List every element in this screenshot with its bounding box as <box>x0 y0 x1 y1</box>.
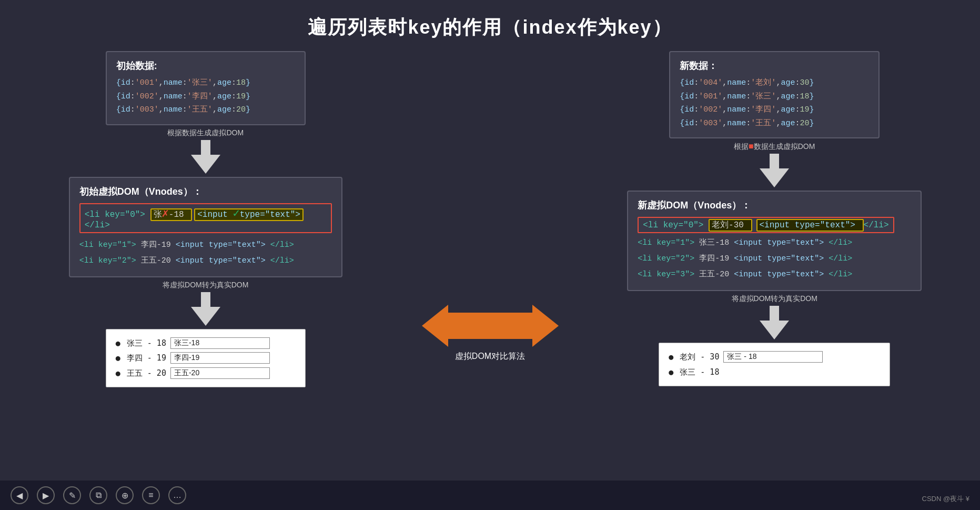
initial-data-line-2: {id:'002',name:'李四',age:19} <box>116 90 295 104</box>
right-arrow2: 将虚拟DOM转为真实DOM <box>732 294 817 339</box>
double-arrow <box>422 305 559 347</box>
btn-menu[interactable]: ≡ <box>142 486 160 504</box>
vnode-line-3: <li key="2"> 王五-20 <input type="text"> <… <box>79 253 332 269</box>
right-vnode-input-text: <input type="text"> <box>760 221 855 230</box>
arrow-left-head <box>422 305 448 347</box>
main-content: 初始数据: {id:'001',name:'张三',age:18} {id:'0… <box>0 51 980 510</box>
btn-zoom[interactable]: ⊕ <box>116 486 134 504</box>
left-result-box: ● 张三 - 18 ● 李四 - 19 ● 王五 - 20 <box>106 329 306 388</box>
vnode-first-tag-open: <li key="0"> <box>85 210 150 219</box>
new-data-line-2: {id:'001',name:'张三',age:18} <box>680 90 869 104</box>
vnode-first-input-tag: <input <box>197 210 233 219</box>
bullet-3: ● <box>116 366 120 381</box>
right-arrow1-text2: 数据生成虚拟DOM <box>754 142 815 151</box>
bottom-bar: ◀ ▶ ✎ ⧉ ⊕ ≡ … <box>0 481 980 510</box>
right-vnode-input-highlight: <input type="text"> <box>756 219 864 232</box>
new-data-line-4: {id:'003',name:'王五',age:20} <box>680 117 869 131</box>
vnode-first-input-highlight: <input ✓type="text"> <box>194 208 304 221</box>
left-vnode-title: 初始虚拟DOM（Vnodes）： <box>79 185 332 198</box>
right-result-input-1[interactable] <box>723 351 823 363</box>
right-vnode-close-li0: </li> <box>864 221 889 230</box>
right-result-row-1: ● 老刘 - 30 <box>669 349 880 365</box>
initial-data-line-3: {id:'003',name:'王五',age:20} <box>116 103 295 117</box>
right-vnode-laoliu-text: 老刘-30 <box>712 221 744 230</box>
initial-data-box: 初始数据: {id:'001',name:'张三',age:18} {id:'0… <box>106 51 306 125</box>
right-vnode-box: 新虚拟DOM（Vnodes）： <li key="0"> 老刘-30 <inpu… <box>627 191 922 291</box>
right-result-label-1: 老刘 - 30 <box>680 349 719 365</box>
center-section: 虚拟DOM对比算法 <box>422 51 559 510</box>
right-arrow1-label: 根据■数据生成虚拟DOM <box>734 142 815 152</box>
right-bullet-2: ● <box>669 365 673 380</box>
right-vnode-line-3: <li key="2"> 李四-19 <input type="text"> <… <box>638 251 911 267</box>
result-label-2: 李四 - 19 <box>127 351 166 366</box>
initial-data-line-1: {id:'001',name:'张三',age:18} <box>116 76 295 90</box>
result-row-3: ● 王五 - 20 <box>116 366 296 381</box>
result-label-1: 张三 - 18 <box>127 336 166 351</box>
vnode-first-input-type: type="text"> <box>240 210 300 219</box>
new-data-line-1: {id:'004',name:'老刘',age:30} <box>680 76 869 90</box>
result-input-3[interactable] <box>170 367 270 379</box>
result-label-3: 王五 - 20 <box>127 366 166 381</box>
right-bullet-1: ● <box>669 349 673 365</box>
right-vnode-laoliu: 老刘-30 <box>709 219 752 232</box>
right-arrow2-label: 将虚拟DOM转为真实DOM <box>732 294 817 304</box>
btn-more[interactable]: … <box>168 486 186 504</box>
watermark: CSDN @夜斗 ¥ <box>922 494 970 504</box>
right-vnode-line-2: <li key="1"> 张三-18 <input type="text"> <… <box>638 235 911 251</box>
btn-edit[interactable]: ✎ <box>63 486 81 504</box>
right-arrow1: 根据■数据生成虚拟DOM <box>734 142 815 187</box>
right-vnode-line-4: <li key="3"> 王五-20 <input type="text"> <… <box>638 267 911 283</box>
vnode-first-row: <li key="0"> 张✗-18 <input ✓type="text"> … <box>79 203 332 234</box>
slide-container: 遍历列表时key的作用（index作为key） 初始数据: {id:'001',… <box>0 0 980 510</box>
vnode-first-tag-close: </li> <box>85 221 110 230</box>
left-arrow2-label: 将虚拟DOM转为真实DOM <box>163 281 248 290</box>
btn-prev[interactable]: ◀ <box>11 486 28 504</box>
right-vnode-title: 新虚拟DOM（Vnodes）： <box>638 199 911 212</box>
check-icon: ✓ <box>233 207 239 221</box>
slide-title: 遍历列表时key的作用（index作为key） <box>308 15 672 41</box>
left-arrow1-label: 根据数据生成虚拟DOM <box>167 128 244 138</box>
right-arrow1-text1: 根据 <box>734 142 749 151</box>
right-result-label-2: 张三 - 18 <box>680 365 719 380</box>
left-arrow1: 根据数据生成虚拟DOM <box>167 128 244 174</box>
vnode-line-2: <li key="1"> 李四-19 <input type="text"> <… <box>79 237 332 253</box>
initial-data-title: 初始数据: <box>116 59 295 72</box>
result-input-1[interactable] <box>170 337 270 349</box>
new-data-title: 新数据： <box>680 59 869 72</box>
btn-next[interactable]: ▶ <box>37 486 55 504</box>
red-new-indicator: ■ <box>749 142 754 151</box>
right-vnode-key0: <li key="0"> <box>643 221 709 230</box>
btn-copy[interactable]: ⧉ <box>89 486 107 504</box>
bullet-2: ● <box>116 351 120 366</box>
right-vnode-first-row: <li key="0"> 老刘-30 <input type="text"> <… <box>638 217 911 233</box>
left-arrow2: 将虚拟DOM转为真实DOM <box>163 281 248 326</box>
arrow-right-head <box>532 305 559 347</box>
bullet-1: ● <box>116 336 120 351</box>
vnode-first-line-highlight: <li key="0"> 张✗-18 <input ✓type="text"> … <box>79 203 332 233</box>
center-arrow-label: 虚拟DOM对比算法 <box>455 351 525 362</box>
right-result-box: ● 老刘 - 30 ● 张三 - 18 <box>659 343 890 386</box>
right-result-row-2: ● 张三 - 18 <box>669 365 880 380</box>
vnode-first-age: -18 <box>169 210 184 219</box>
vnode-first-name-highlight: 张✗-18 <box>150 208 193 221</box>
right-column: 新数据： {id:'004',name:'老刘',age:30} {id:'00… <box>601 51 949 510</box>
new-data-box: 新数据： {id:'004',name:'老刘',age:30} {id:'00… <box>669 51 880 138</box>
arrow-body <box>448 313 532 339</box>
cross-icon: ✗ <box>162 207 169 221</box>
result-row-1: ● 张三 - 18 <box>116 336 296 351</box>
right-vnode-first-highlight: <li key="0"> 老刘-30 <input type="text"> <… <box>638 217 894 233</box>
left-column: 初始数据: {id:'001',name:'张三',age:18} {id:'0… <box>32 51 380 510</box>
vnode-first-char1: 张 <box>154 210 162 219</box>
result-row-2: ● 李四 - 19 <box>116 351 296 366</box>
new-data-line-3: {id:'002',name:'李四',age:19} <box>680 103 869 117</box>
left-vnode-box: 初始虚拟DOM（Vnodes）： <li key="0"> 张✗-18 <inp… <box>69 177 342 277</box>
result-input-2[interactable] <box>170 352 270 364</box>
